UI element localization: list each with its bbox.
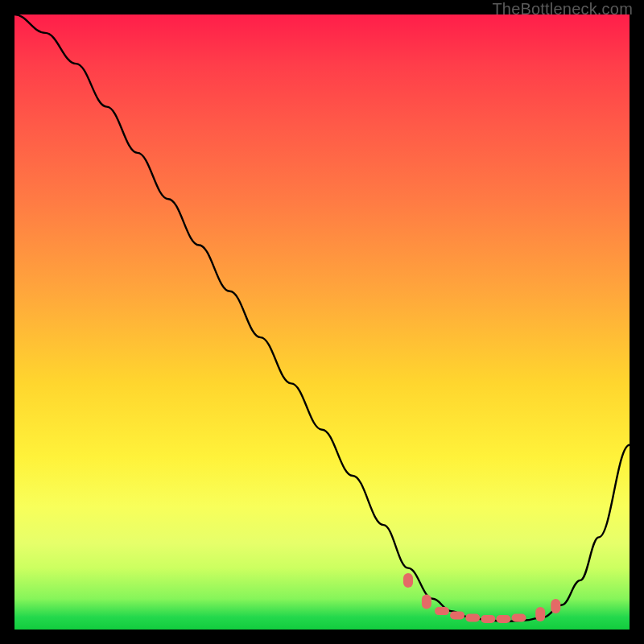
optimum-marker xyxy=(551,599,560,613)
optimum-marker xyxy=(535,607,545,621)
optimum-marker xyxy=(435,607,449,615)
optimum-marker xyxy=(512,614,526,622)
optimum-marker xyxy=(450,611,464,619)
optimum-marker xyxy=(422,595,431,609)
bottleneck-curve xyxy=(14,14,630,621)
optimum-markers xyxy=(403,573,560,623)
chart-svg xyxy=(14,14,630,630)
optimum-marker xyxy=(496,615,510,623)
chart-container: TheBottleneck.com xyxy=(0,0,644,644)
optimum-marker xyxy=(403,573,413,588)
watermark-text: TheBottleneck.com xyxy=(492,0,633,19)
optimum-marker xyxy=(481,615,495,623)
optimum-marker xyxy=(465,614,480,622)
